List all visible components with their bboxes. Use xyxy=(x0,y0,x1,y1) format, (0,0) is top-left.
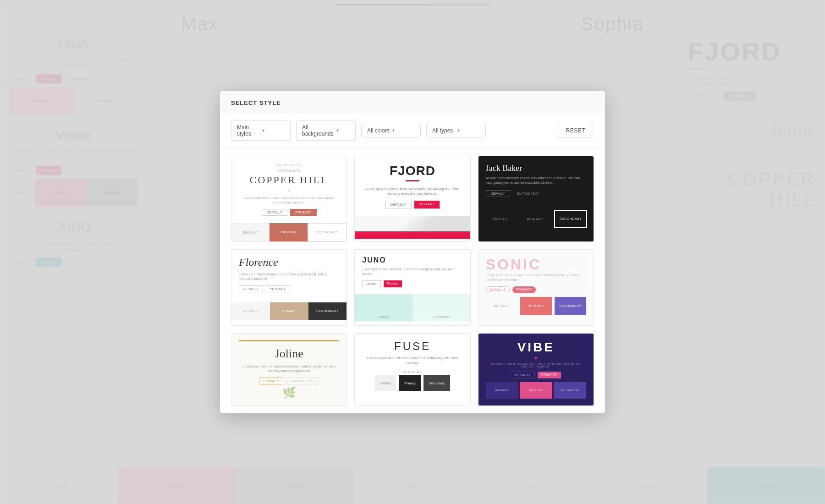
filter-main-styles-label: Main styles xyxy=(237,124,259,137)
modal-overlay: SELECT STYLE Main styles ▾ All backgroun… xyxy=(0,0,825,504)
copper-hill-buttons: DEFAULT PRIMARY xyxy=(238,205,340,219)
fjord-content: FJORD Lorem ipsum dolor sit amet, consec… xyxy=(355,156,470,216)
fuse-swatches: Default Primary Secondary xyxy=(362,375,462,391)
filter-backgrounds-label: All backgrounds xyxy=(302,124,334,137)
fjord-wave-container xyxy=(355,216,470,239)
sonic-btn-primary: Primary xyxy=(512,286,536,293)
juno-content: JUNO Lorem ipsum dolor sit amet, consect… xyxy=(355,250,470,294)
copper-hill-title: Copper Hill xyxy=(238,174,340,186)
sonic-text: Lorem ipsum dolor sit amet, consectetur … xyxy=(486,273,586,283)
florence-btn-primary: PRIMARY xyxy=(266,285,290,292)
chevron-down-icon-3: ▾ xyxy=(392,128,415,133)
florence-swatches: Default Primary Secondary xyxy=(231,302,346,320)
style-card-fjord[interactable]: FJORD Lorem ipsum dolor sit amet, consec… xyxy=(354,156,470,242)
vibe-btn-default: DÉFAULT xyxy=(511,372,535,378)
jack-baker-content: Jack Baker At vero eos et accusam et jus… xyxy=(478,156,594,204)
style-card-sonic[interactable]: SONIC Lorem ipsum dolor sit amet, consec… xyxy=(478,249,594,326)
filter-backgrounds[interactable]: All backgrounds ▾ xyxy=(296,121,356,141)
juno-buttons: Default Primary xyxy=(362,280,462,287)
juno-btn-primary: Primary xyxy=(384,280,402,287)
jack-baker-buttons: DEFAULT — BUTTON TEXT xyxy=(486,190,586,197)
chevron-down-icon: ▾ xyxy=(262,128,285,133)
copper-hill-subtitle: NO RESULTS xyxy=(238,164,340,167)
style-card-juno[interactable]: JUNO Lorem ipsum dolor sit amet, consect… xyxy=(354,249,470,326)
copper-hill-swatch-secondary: SECONDARY xyxy=(308,223,346,241)
florence-btn-default: DEFAULT xyxy=(239,285,263,292)
filter-colors[interactable]: All colors ▾ xyxy=(361,124,421,137)
juno-swatch-primary: Primary xyxy=(355,294,412,321)
fuse-text: Lorem ipsum dolor sit amet consetetur sa… xyxy=(362,356,462,366)
style-card-fuse[interactable]: FUSE Lorem ipsum dolor sit amet consetet… xyxy=(354,333,470,406)
jack-baker-title: Jack Baker xyxy=(486,164,586,173)
florence-buttons: DEFAULT PRIMARY xyxy=(239,285,339,292)
juno-swatches: Primary Secondary xyxy=(355,294,470,321)
copper-hill-decoration: ✦ xyxy=(238,189,340,193)
joline-title: Joline xyxy=(239,347,339,361)
juno-text: Lorem ipsum dolor sit amet, consectetur … xyxy=(362,267,462,277)
vibe-content: VIBE ♥ LOREM IPSUM DOLOR SIT AMET, ORNAR… xyxy=(478,334,594,405)
fuse-swatch-default: Default xyxy=(375,375,396,391)
vibe-swatches: DÉFAULT PRIMARY SECONDARY xyxy=(486,382,586,399)
joline-decoration: 🌿 xyxy=(239,386,339,399)
style-card-joline[interactable]: Joline Lorem ipsum dolor sit amet consec… xyxy=(231,333,347,406)
vibe-swatch-primary: PRIMARY xyxy=(520,382,552,399)
jack-baker-text: At vero eos et accusam et justo duo dolo… xyxy=(486,176,586,186)
jack-swatch-default: Default xyxy=(485,210,516,228)
filter-main-styles[interactable]: Main styles ▾ xyxy=(231,121,291,141)
sonic-swatch-primary: PRIMARY xyxy=(520,297,552,315)
reset-button[interactable]: RESET xyxy=(557,124,594,137)
sonic-content: SONIC Lorem ipsum dolor sit amet, consec… xyxy=(478,250,594,325)
juno-btn-default: Default xyxy=(362,280,380,287)
copper-hill-swatches: DEFAULT PRIMARY SECONDARY xyxy=(231,223,346,241)
jack-baker-swatches: Default Primary Secondary xyxy=(478,204,594,234)
vibe-swatch-secondary: SECONDARY xyxy=(554,382,586,399)
filter-types[interactable]: All types ▾ xyxy=(426,124,486,137)
vibe-buttons: DÉFAULT PRIMARY xyxy=(486,372,586,378)
fuse-content: FUSE Lorem ipsum dolor sit amet consetet… xyxy=(355,334,470,398)
fjord-buttons: DEFAULT PRIMARY xyxy=(362,201,462,208)
jack-swatch-primary: Primary xyxy=(519,210,550,228)
florence-swatch-default: Default xyxy=(231,302,270,320)
modal-title: SELECT STYLE xyxy=(231,99,594,106)
vibe-btn-primary: PRIMARY xyxy=(538,372,561,378)
sonic-swatch-secondary: SECONDARY xyxy=(555,297,586,315)
copper-hill-header: NO RESULTS NO RESULTS Copper Hill ✦ Lore… xyxy=(231,156,346,223)
copper-hill-swatch-default: DEFAULT xyxy=(231,223,270,241)
sonic-swatch-default: DEFAULT xyxy=(486,297,517,315)
style-card-copper-hill[interactable]: NO RESULTS NO RESULTS Copper Hill ✦ Lore… xyxy=(231,156,347,242)
modal-header: SELECT STYLE xyxy=(220,91,605,113)
chevron-down-icon-4: ▾ xyxy=(457,128,480,133)
florence-text: Lorem ipsum dolor sit amet, consectetur … xyxy=(239,272,339,282)
sonic-title: SONIC xyxy=(486,256,586,273)
florence-swatch-secondary: Secondary xyxy=(308,302,347,320)
copper-hill-label: NO RESULTS xyxy=(238,169,340,173)
joline-btn-text: BUTTON TEXT xyxy=(286,378,319,384)
sonic-buttons: Default Primary xyxy=(486,286,586,293)
joline-text: Lorem ipsum dolor sit amet consectetuer … xyxy=(239,364,339,374)
vibe-swatch-default: DÉFAULT xyxy=(486,382,518,399)
florence-title: Florence xyxy=(239,256,339,268)
style-card-florence[interactable]: Florence Lorem ipsum dolor sit amet, con… xyxy=(231,249,347,326)
joline-buttons: PRIMARY BUTTON TEXT xyxy=(239,378,339,384)
fuse-title: FUSE xyxy=(362,340,462,353)
joline-top-bar xyxy=(239,340,339,341)
copper-hill-text: Lorem ipsum dolor sit amet, consectetur … xyxy=(238,196,340,205)
fuse-swatch-primary: Primary xyxy=(399,375,421,391)
fjord-btn-primary: PRIMARY xyxy=(414,201,440,208)
styles-grid: NO RESULTS NO RESULTS Copper Hill ✦ Lore… xyxy=(231,156,594,406)
style-card-jack-baker[interactable]: Jack Baker At vero eos et accusam et jus… xyxy=(478,156,594,242)
fuse-headline: HEADLINE xyxy=(362,370,462,373)
fjord-btn-default: DEFAULT xyxy=(385,201,412,208)
copper-hill-btn-primary: PRIMARY xyxy=(290,209,316,216)
juno-title: JUNO xyxy=(362,256,462,264)
vibe-title: VIBE xyxy=(486,340,586,355)
filter-types-label: All types xyxy=(432,127,455,134)
jack-swatch-secondary: Secondary xyxy=(554,210,587,228)
sonic-swatches: DEFAULT PRIMARY SECONDARY xyxy=(486,293,586,319)
style-card-vibe[interactable]: VIBE ♥ LOREM IPSUM DOLOR SIT AMET, ORNAR… xyxy=(478,333,594,406)
fjord-underline xyxy=(406,180,419,181)
copper-hill-btn-default: DEFAULT xyxy=(262,209,288,216)
style-select-modal: SELECT STYLE Main styles ▾ All backgroun… xyxy=(220,91,605,413)
vibe-heart-icon: ♥ xyxy=(486,356,586,361)
modal-filters: Main styles ▾ All backgrounds ▾ All colo… xyxy=(220,113,605,148)
